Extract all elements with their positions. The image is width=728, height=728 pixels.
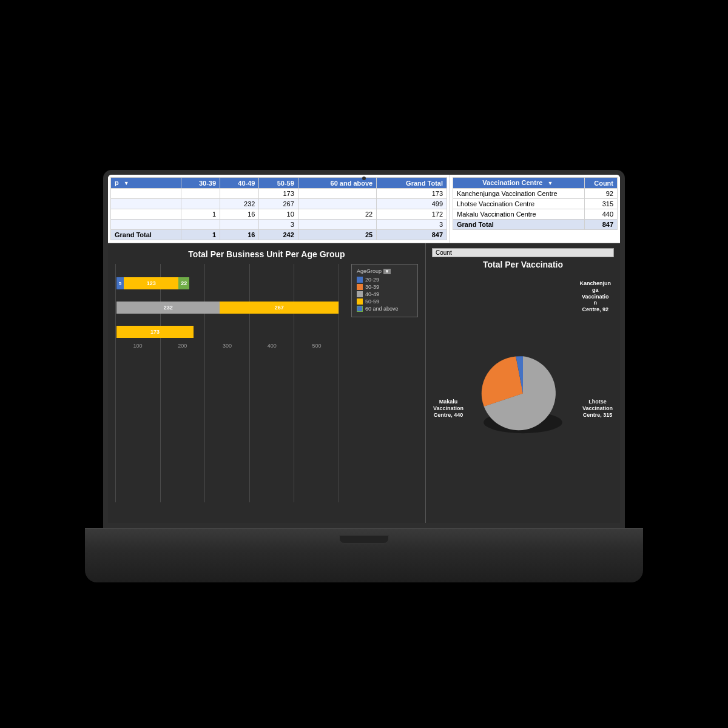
pie-chart-wrapper: KanchenjungaVaccinationCentre, 92 Lhotse… [432, 274, 614, 518]
laptop-screen: p ▼ 30-39 40-49 50-59 60 and above Grand… [103, 170, 625, 528]
filter-header[interactable]: p ▼ [111, 178, 181, 189]
count-badge: Count [432, 248, 614, 257]
legend-swatch-50-59 [357, 298, 363, 305]
left-pivot-table: p ▼ 30-39 40-49 50-59 60 and above Grand… [108, 175, 450, 243]
bar-chart-legend: AgeGroup ▼ 20-29 30-39 [351, 264, 418, 317]
col-30-39: 30-39 [181, 178, 220, 189]
centre-name: Lhotse Vaccination Centre [453, 199, 585, 209]
centre-name: Makalu Vaccination Centre [453, 209, 585, 220]
x-axis-labels: 100 200 300 400 500 [115, 342, 339, 350]
laptop-base [85, 528, 643, 582]
table-row: 173 173 [111, 189, 447, 199]
camera-notch [362, 177, 366, 180]
legend-item-40-49: 40-49 [357, 291, 413, 297]
legend-swatch-40-49 [357, 291, 363, 297]
pie-chart-title: Total Per Vaccinatio [432, 260, 614, 269]
pie-chart-svg [468, 342, 578, 451]
table-row: Lhotse Vaccination Centre 315 [453, 199, 618, 209]
filter-label: p [115, 179, 119, 186]
centre-name: Kanchenjunga Vaccination Centre [453, 189, 585, 199]
table-row: 232 267 499 [111, 199, 447, 209]
col-grand-total: Grand Total [377, 178, 447, 189]
grand-total-row: Grand Total 1 16 242 25 847 [111, 230, 447, 240]
count-value: 92 [584, 189, 617, 199]
legend-item-60-above: 60 and above [357, 306, 413, 312]
bottom-section: Total Per Business Unit Per Age Group [108, 243, 620, 523]
bar-row-1: 5 123 22 [115, 276, 339, 291]
lhotse-label: LhotseVaccinationCentre, 315 [582, 399, 613, 418]
grand-total-row: Grand Total 847 [453, 220, 618, 230]
kanchenjunga-label: KanchenjungaVaccinationCentre, 92 [579, 280, 611, 313]
bar-row-3: 173 [115, 325, 339, 339]
legend-dropdown-icon[interactable]: ▼ [383, 269, 391, 274]
bar-row-2: 232 267 [115, 300, 339, 315]
count-value: 440 [584, 209, 617, 220]
top-section: p ▼ 30-39 40-49 50-59 60 and above Grand… [108, 175, 620, 243]
filter-dropdown-btn[interactable]: ▼ [122, 180, 131, 187]
screen-inner: p ▼ 30-39 40-49 50-59 60 and above Grand… [108, 175, 620, 523]
legend-swatch-20-29 [357, 277, 363, 283]
right-pivot-table: Vaccination Centre ▼ Count Kanchenjunga … [450, 175, 620, 243]
legend-swatch-60-above [357, 306, 363, 312]
table-row: 1 16 10 22 172 [111, 209, 447, 220]
laptop-wrapper: p ▼ 30-39 40-49 50-59 60 and above Grand… [85, 170, 643, 582]
pie-chart-container: Count Total Per Vaccinatio [426, 243, 620, 523]
bar-chart-container: Total Per Business Unit Per Age Group [108, 243, 426, 523]
makalu-label: MakaluVaccinationCentre, 440 [433, 399, 463, 418]
vaccination-centre-label: Vaccination Centre [482, 179, 542, 186]
count-value: 315 [584, 199, 617, 209]
legend-item-50-59: 50-59 [357, 298, 413, 305]
legend-swatch-30-39 [357, 284, 363, 290]
table-row: 3 3 [111, 220, 447, 230]
vc-filter-btn[interactable]: ▼ [545, 180, 554, 187]
legend-title: AgeGroup ▼ [357, 268, 413, 274]
legend-item-20-29: 20-29 [357, 277, 413, 283]
table-row: Kanchenjunga Vaccination Centre 92 [453, 189, 618, 199]
bar-chart-title: Total Per Business Unit Per Age Group [115, 249, 418, 259]
count-header: Count [584, 178, 617, 189]
screen-content: p ▼ 30-39 40-49 50-59 60 and above Grand… [108, 175, 620, 523]
col-40-49: 40-49 [220, 178, 259, 189]
col-50-59: 50-59 [259, 178, 298, 189]
grand-total-count: 847 [584, 220, 617, 230]
grand-total-label: Grand Total [453, 220, 585, 230]
table-row: Makalu Vaccination Centre 440 [453, 209, 618, 220]
legend-item-30-39: 30-39 [357, 284, 413, 290]
vaccination-centre-header[interactable]: Vaccination Centre ▼ [453, 178, 585, 189]
